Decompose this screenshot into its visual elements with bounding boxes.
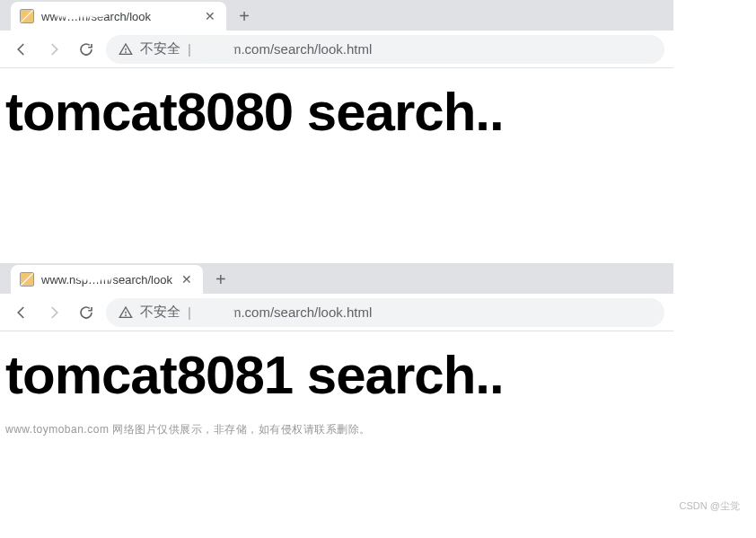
browser-window-2: www.nsp…m/search/look ✕ + 不安全 | xxxcrm.c… [0,263,673,441]
reload-button[interactable] [74,37,99,62]
redaction-smudge [75,268,115,280]
url-text: xxxcrm.com/search/look.html [198,41,372,57]
security-label: 不安全 [140,304,180,321]
forward-button[interactable] [41,300,66,325]
browser-tab[interactable]: www…m/search/look ✕ [11,2,226,31]
page-content: tomcat8080 search.. [0,68,673,155]
address-bar[interactable]: 不安全 | xxxcrm.com/search/look.html [106,298,664,327]
watermark: CSDN @尘觉 [680,499,740,513]
close-icon[interactable]: ✕ [180,272,194,287]
reload-button[interactable] [74,300,99,325]
tab-bar: www…m/search/look ✕ + [0,0,673,31]
forward-button[interactable] [41,37,66,62]
browser-tab[interactable]: www.nsp…m/search/look ✕ [11,265,203,294]
svg-point-3 [126,315,127,316]
footer-caption: www.toymoban.com 网络图片仅供展示，非存储，如有侵权请联系删除。 [0,419,673,441]
close-icon[interactable]: ✕ [203,9,217,23]
tab-bar: www.nsp…m/search/look ✕ + [0,263,673,294]
security-label: 不安全 [140,40,180,57]
new-tab-button[interactable]: + [232,4,257,29]
redaction-smudge [54,4,108,17]
address-separator: | [188,41,191,57]
warning-icon [119,42,133,57]
favicon-icon [20,272,34,287]
page-content: tomcat8081 search.. [0,331,673,419]
warning-icon [119,305,133,320]
browser-window-1: www…m/search/look ✕ + 不安全 | xxxcrm.com/s… [0,0,673,155]
nav-bar: 不安全 | xxxcrm.com/search/look.html [0,294,673,331]
page-heading: tomcat8081 search.. [5,344,668,406]
new-tab-button[interactable]: + [208,267,233,292]
svg-point-1 [126,52,127,53]
url-text: xxxcrm.com/search/look.html [198,304,372,320]
back-button[interactable] [9,37,34,62]
page-heading: tomcat8080 search.. [5,81,668,143]
address-bar[interactable]: 不安全 | xxxcrm.com/search/look.html [106,35,664,64]
favicon-icon [20,9,34,23]
back-button[interactable] [9,300,34,325]
address-separator: | [188,304,191,320]
nav-bar: 不安全 | xxxcrm.com/search/look.html [0,31,673,68]
